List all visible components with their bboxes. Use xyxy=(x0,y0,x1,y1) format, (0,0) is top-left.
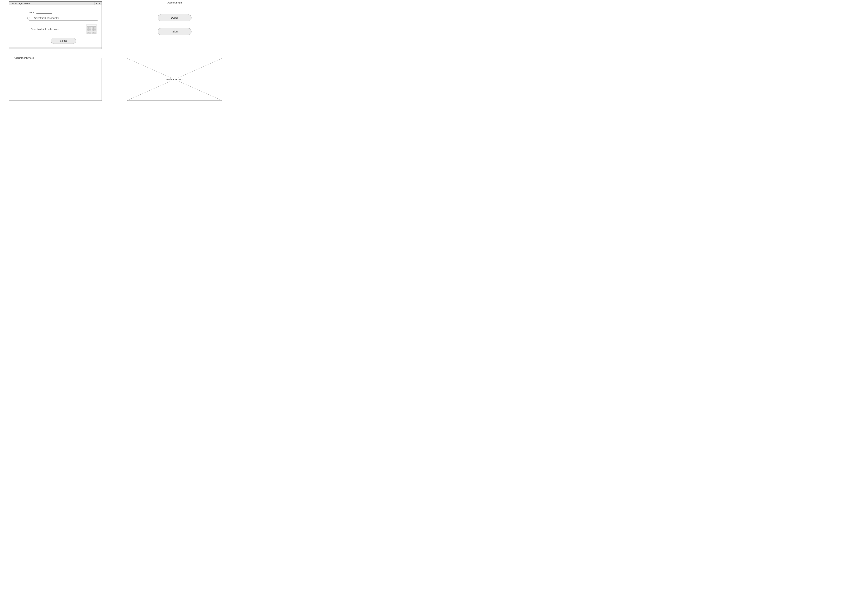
name-input[interactable] xyxy=(36,11,52,14)
radio-icon xyxy=(27,17,30,20)
window-body: Name: Select field of specialty Select a… xyxy=(9,5,102,47)
schedule-placeholder: Select avilaible schedule/s xyxy=(31,28,59,30)
patient-records-placeholder: Patient records xyxy=(127,58,222,101)
window-title: Doctor regestration xyxy=(11,2,30,5)
calendar-icon xyxy=(86,24,97,35)
patient-login-button[interactable]: Patient xyxy=(158,28,191,35)
maximize-icon xyxy=(95,2,97,5)
close-icon xyxy=(98,2,100,5)
patient-records-label: Patient records xyxy=(165,78,184,81)
window-title-bar: Doctor regestration xyxy=(9,2,102,5)
select-button[interactable]: Select xyxy=(51,38,76,44)
name-row: Name: xyxy=(29,11,98,14)
specialty-select[interactable]: Select field of specialty xyxy=(29,16,98,21)
doctor-login-button[interactable]: Doctor xyxy=(158,14,191,21)
name-label: Name: xyxy=(29,11,36,14)
window-status-bar xyxy=(9,47,102,49)
appointment-system-panel: Appointment system xyxy=(9,58,102,101)
account-login-panel: Account Login Doctor Patient xyxy=(127,3,222,46)
svg-rect-1 xyxy=(95,3,96,4)
appointment-system-title: Appointment system xyxy=(13,57,36,59)
minimize-button[interactable] xyxy=(91,2,94,5)
account-login-title: Account Login xyxy=(166,2,183,4)
minimize-icon xyxy=(91,2,93,5)
doctor-registration-window: Doctor regestration Name: Select field o… xyxy=(9,2,102,49)
maximize-button[interactable] xyxy=(94,2,98,5)
specialty-placeholder: Select field of specialty xyxy=(34,17,59,20)
close-button[interactable] xyxy=(98,2,101,5)
schedule-select[interactable]: Select avilaible schedule/s xyxy=(29,23,98,35)
